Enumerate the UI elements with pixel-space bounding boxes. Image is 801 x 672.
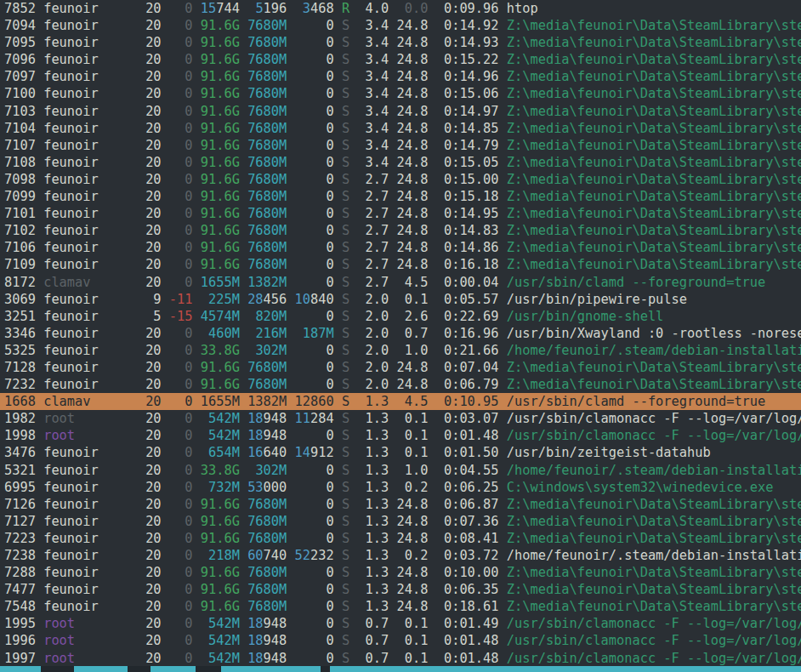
res-cell: 948 <box>264 411 287 426</box>
process-row[interactable]: 7094 feunoir 20 0 91.6G 7680M 0 S 3.4 24… <box>0 17 801 34</box>
res-cell: 640 <box>264 445 287 460</box>
mem-percent-cell: 4.5 <box>397 394 429 409</box>
user-cell: feunoir <box>43 565 138 580</box>
process-row[interactable]: 1995 root 20 0 542M 18948 0 S 0.7 0.1 0:… <box>0 615 801 632</box>
user-cell: clamav <box>43 394 138 409</box>
res-cell: 948 <box>264 633 287 648</box>
priority-cell: 20 <box>138 616 162 631</box>
process-row[interactable]: 7108 feunoir 20 0 91.6G 7680M 0 S 3.4 24… <box>0 154 801 171</box>
process-row[interactable]: 1997 root 20 0 542M 18948 0 S 0.7 0.1 0:… <box>0 650 801 667</box>
nice-cell: 0 <box>169 257 193 272</box>
user-cell: root <box>43 651 138 666</box>
user-cell: root <box>43 616 138 631</box>
process-row[interactable]: 7098 feunoir 20 0 91.6G 7680M 0 S 2.7 24… <box>0 171 801 188</box>
state-cell: S <box>342 633 349 648</box>
time-cell: 0:14.92 <box>436 18 499 33</box>
user-cell: feunoir <box>43 463 138 478</box>
time-cell: 0:21.66 <box>436 343 499 358</box>
shr-cell: 0 <box>326 377 333 392</box>
process-row[interactable]: 1982 root 20 0 542M 18948 11284 S 1.3 0.… <box>0 410 801 427</box>
mem-percent-cell: 1.0 <box>397 343 429 358</box>
process-row[interactable]: 7548 feunoir 20 0 91.6G 7680M 0 S 1.3 24… <box>0 598 801 615</box>
process-row[interactable]: 1996 root 20 0 542M 18948 0 S 0.7 0.1 0:… <box>0 632 801 649</box>
time-cell: 0:03.07 <box>436 411 499 426</box>
process-row[interactable]: 7238 feunoir 20 0 218M 60740 52232 S 1.3… <box>0 547 801 564</box>
fkey-label-segment[interactable] <box>74 666 128 672</box>
pid-cell: 3251 <box>4 309 36 324</box>
time-cell: 0:04.55 <box>436 463 499 478</box>
fkey-label-segment[interactable] <box>0 666 41 672</box>
fkey-label-segment[interactable] <box>151 666 196 672</box>
process-row[interactable]: 7101 feunoir 20 0 91.6G 7680M 0 S 2.7 24… <box>0 205 801 222</box>
priority-cell: 20 <box>138 223 162 238</box>
process-row[interactable]: 1998 root 20 0 542M 18948 0 S 1.3 0.1 0:… <box>0 427 801 444</box>
user-cell: feunoir <box>43 599 138 614</box>
process-row[interactable]: 7232 feunoir 20 0 91.6G 7680M 0 S 2.0 24… <box>0 376 801 393</box>
nice-cell: 0 <box>169 651 193 666</box>
process-row[interactable]: 7852 feunoir 20 0 15744 5196 3468 R 4.0 … <box>0 0 801 17</box>
process-row[interactable]: 8172 clamav 20 0 1655M 1382M 0 S 2.7 4.5… <box>0 274 801 291</box>
command-cell: Z:\media\feunoir\Data\SteamLibrary\stea <box>507 377 801 392</box>
mem-percent-cell: 0.7 <box>397 326 429 341</box>
res-cell: 820M <box>255 309 287 324</box>
fkey-gap-segment <box>41 666 74 672</box>
command-cell: /usr/bin/gnome-shell <box>507 309 664 324</box>
shr-cell: 840 <box>310 292 334 307</box>
process-row[interactable]: 1668 clamav 20 0 1655M 1382M 12860 S 1.3… <box>0 393 801 410</box>
nice-cell: 0 <box>169 1 193 16</box>
res-cell: 7680M <box>247 206 287 221</box>
process-row[interactable]: 7100 feunoir 20 0 91.6G 7680M 0 S 3.4 24… <box>0 85 801 102</box>
process-row[interactable]: 6995 feunoir 20 0 732M 53000 0 S 1.3 0.2… <box>0 479 801 496</box>
shr-cell: 0 <box>326 155 333 170</box>
command-cell: Z:\media\feunoir\Data\SteamLibrary\stea <box>507 121 801 136</box>
process-row[interactable]: 7106 feunoir 20 0 91.6G 7680M 0 S 2.7 24… <box>0 239 801 256</box>
res-cell: 18 <box>247 616 263 631</box>
fkey-label-segment[interactable] <box>221 666 321 672</box>
process-row[interactable]: 7096 feunoir 20 0 91.6G 7680M 0 S 3.4 24… <box>0 51 801 68</box>
process-row[interactable]: 3251 feunoir 5 -15 4574M 820M 0 S 2.0 2.… <box>0 308 801 325</box>
shr-cell: 10 <box>295 292 310 307</box>
virt-cell: 1655M <box>201 394 240 409</box>
res-cell: 18 <box>247 428 263 443</box>
priority-cell: 20 <box>138 394 162 409</box>
command-cell: /usr/sbin/clamonacc -F --log=/var/log/c <box>507 411 801 426</box>
process-row[interactable]: 3476 feunoir 20 0 654M 16640 14912 S 1.3… <box>0 444 801 461</box>
process-row[interactable]: 7127 feunoir 20 0 91.6G 7680M 0 S 1.3 24… <box>0 513 801 530</box>
res-cell: 60 <box>247 548 263 563</box>
process-row[interactable]: 5321 feunoir 20 0 33.8G 302M 0 S 1.3 1.0… <box>0 462 801 479</box>
process-row[interactable]: 7107 feunoir 20 0 91.6G 7680M 0 S 3.4 24… <box>0 137 801 154</box>
process-row[interactable]: 3346 feunoir 20 0 460M 216M 187M S 2.0 0… <box>0 325 801 342</box>
shr-cell: 0 <box>326 138 333 153</box>
shr-cell: 0 <box>326 35 333 50</box>
command-cell: /usr/sbin/clamonacc -F --log=/var/log/c <box>507 428 801 443</box>
process-row[interactable]: 7103 feunoir 20 0 91.6G 7680M 0 S 3.4 24… <box>0 103 801 120</box>
process-row[interactable]: 7104 feunoir 20 0 91.6G 7680M 0 S 3.4 24… <box>0 120 801 137</box>
user-cell: feunoir <box>43 514 138 529</box>
state-cell: S <box>342 531 349 546</box>
process-row[interactable]: 5325 feunoir 20 0 33.8G 302M 0 S 2.0 1.0… <box>0 342 801 359</box>
process-row[interactable]: 3069 feunoir 9 -11 225M 28456 10840 S 2.… <box>0 291 801 308</box>
mem-percent-cell: 0.1 <box>397 292 429 307</box>
command-cell: /usr/bin/Xwayland :0 -rootless -noreset <box>507 326 801 341</box>
res-cell: 7680M <box>247 138 287 153</box>
process-row[interactable]: 7477 feunoir 20 0 91.6G 7680M 0 S 1.3 24… <box>0 581 801 598</box>
nice-cell: 0 <box>169 531 193 546</box>
process-row[interactable]: 7102 feunoir 20 0 91.6G 7680M 0 S 2.7 24… <box>0 222 801 239</box>
process-row[interactable]: 7095 feunoir 20 0 91.6G 7680M 0 S 3.4 24… <box>0 34 801 51</box>
command-cell: C:\windows\system32\winedevice.exe <box>507 480 774 495</box>
process-row[interactable]: 7288 feunoir 20 0 91.6G 7680M 0 S 1.3 24… <box>0 564 801 581</box>
shr-cell: 0 <box>326 257 333 272</box>
process-row[interactable]: 7128 feunoir 20 0 91.6G 7680M 0 S 2.0 24… <box>0 359 801 376</box>
process-row[interactable]: 7126 feunoir 20 0 91.6G 7680M 0 S 1.3 24… <box>0 496 801 513</box>
state-cell: S <box>342 172 349 187</box>
process-row[interactable]: 7097 feunoir 20 0 91.6G 7680M 0 S 3.4 24… <box>0 68 801 85</box>
fkey-label-segment[interactable] <box>330 666 801 672</box>
time-cell: 0:03.72 <box>436 548 499 563</box>
process-row[interactable]: 7109 feunoir 20 0 91.6G 7680M 0 S 2.7 24… <box>0 256 801 273</box>
process-row[interactable]: 7099 feunoir 20 0 91.6G 7680M 0 S 2.7 24… <box>0 188 801 205</box>
virt-cell: 91.6G <box>201 514 240 529</box>
shr-cell: 0 <box>326 428 333 443</box>
res-cell: 7680M <box>247 121 287 136</box>
process-row[interactable]: 7223 feunoir 20 0 91.6G 7680M 0 S 1.3 24… <box>0 530 801 547</box>
res-cell: 7680M <box>247 104 287 119</box>
